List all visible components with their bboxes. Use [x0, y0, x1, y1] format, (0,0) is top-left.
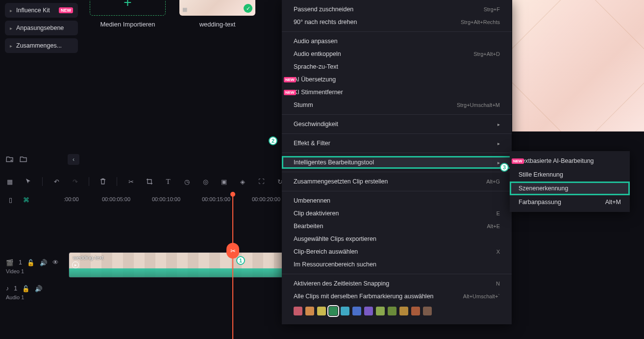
- menu-item[interactable]: Zusammengesetzten Clip erstellenAlt+G: [282, 175, 512, 188]
- menu-item[interactable]: Clip deaktivierenE: [282, 207, 512, 220]
- chevron-right-icon: ▸: [10, 26, 12, 31]
- keyframe-icon[interactable]: ◈: [238, 177, 248, 186]
- step-badge-2: 2: [269, 136, 277, 145]
- menu-item-label: Geschwindigkeit: [294, 121, 338, 128]
- menu-item-label: Alle Clips mit derselben Farbmarkierung …: [294, 293, 434, 300]
- menu-item[interactable]: Audio anpassen: [282, 35, 512, 48]
- sidebar-item-label: Zusammenges...: [16, 42, 62, 49]
- preview-panel: [512, 0, 644, 131]
- menu-item-label: Clip-Bereich auswählen: [294, 248, 358, 255]
- menu-item[interactable]: Alle Clips mit derselben Farbmarkierung …: [282, 290, 512, 303]
- ruler-label: 00:00:05:00: [102, 196, 130, 202]
- scissors-icon[interactable]: ✂: [126, 177, 136, 186]
- visibility-icon[interactable]: 👁: [52, 259, 59, 266]
- new-badge: NEW: [59, 7, 73, 13]
- import-media-tile[interactable]: + Medien Importieren: [90, 0, 166, 28]
- chevron-right-icon: ▸: [497, 160, 500, 165]
- color-swatch[interactable]: [352, 307, 361, 315]
- track-label: Video 1: [6, 268, 64, 274]
- mute-icon[interactable]: 🔊: [40, 259, 48, 266]
- playhead[interactable]: [232, 194, 233, 339]
- shortcut-label: Strg+F: [484, 6, 500, 12]
- menu-item-label: Passend zuschneiden: [294, 6, 353, 13]
- import-label: Medien Importieren: [100, 21, 155, 28]
- color-icon[interactable]: ◎: [200, 177, 210, 186]
- color-swatch[interactable]: [376, 307, 385, 315]
- trash-icon[interactable]: [98, 177, 108, 186]
- color-swatch[interactable]: [423, 307, 432, 315]
- menu-item[interactable]: Intelligentes Bearbeitungstool▸: [282, 156, 512, 169]
- shortcut-label: Strg+Alt+D: [473, 51, 500, 57]
- redo-icon[interactable]: ↷: [70, 177, 80, 186]
- color-swatch[interactable]: [411, 307, 420, 315]
- step-badge-3: 3: [500, 163, 509, 172]
- lock-icon[interactable]: 🔓: [22, 285, 30, 292]
- color-swatch[interactable]: [341, 307, 349, 315]
- collapse-sidebar-button[interactable]: ‹: [68, 154, 79, 165]
- fullscreen-icon[interactable]: ⛶: [256, 177, 266, 186]
- link-icon[interactable]: ⌘: [23, 196, 29, 204]
- undo-icon[interactable]: ↶: [51, 177, 61, 186]
- menu-item[interactable]: Ausgewählte Clips exportieren: [282, 233, 512, 245]
- menu-item[interactable]: Geschwindigkeit▸: [282, 118, 512, 130]
- crop-icon[interactable]: [145, 177, 154, 186]
- sidebar-item-adjustment-layer[interactable]: ▸ Anpasungsebene: [5, 21, 78, 35]
- color-swatch[interactable]: [388, 307, 396, 315]
- folder-icon[interactable]: [19, 155, 28, 164]
- text-icon[interactable]: T: [163, 177, 173, 186]
- menu-item-label: KI Stimmentferner: [294, 89, 343, 96]
- submenu-item[interactable]: NEWTextbasierte AI-Bearbeitung: [510, 154, 630, 168]
- split-handle[interactable]: ✂: [226, 243, 239, 259]
- ruler-label: 00:00:10:00: [152, 196, 180, 202]
- mute-icon[interactable]: 🔊: [35, 285, 43, 292]
- color-swatch[interactable]: [364, 307, 373, 315]
- sidebar: ▸ Influence Kit NEW ▸ Anpasungsebene ▸ Z…: [0, 0, 83, 173]
- menu-item[interactable]: Effekt & Filter▸: [282, 137, 512, 150]
- sidebar-item-influence-kit[interactable]: ▸ Influence Kit NEW: [5, 3, 78, 18]
- menu-item-label: Bearbeiten: [294, 223, 323, 230]
- menu-item[interactable]: Umbenennen: [282, 194, 512, 207]
- menu-item[interactable]: BearbeitenAlt+E: [282, 220, 512, 233]
- media-tile-wedding[interactable]: ▦ ✓ wedding-text: [179, 0, 255, 28]
- effects-icon[interactable]: ▣: [219, 177, 229, 186]
- speed-icon[interactable]: ◷: [182, 177, 192, 186]
- submenu-item-label: Stille Erkennung: [519, 171, 563, 178]
- new-badge: NEW: [512, 158, 524, 164]
- menu-item[interactable]: Clip-Bereich auswählenX: [282, 245, 512, 258]
- menu-item[interactable]: Audio entkoppelnStrg+Alt+D: [282, 48, 512, 60]
- menu-item[interactable]: Sprache-zu-Text: [282, 60, 512, 73]
- menu-item[interactable]: NEWKI Stimmentferner: [282, 86, 512, 99]
- shortcut-label: Strg+Alt+Rechts: [461, 19, 500, 25]
- menu-item-label: Aktivieren des Zeitleisten Snapping: [294, 280, 389, 287]
- color-swatch[interactable]: [329, 307, 338, 315]
- clip-audio-waveform: [69, 268, 284, 277]
- color-swatch[interactable]: [294, 307, 302, 315]
- color-swatch[interactable]: [317, 307, 326, 315]
- menu-item-label: Audio entkoppeln: [294, 51, 341, 57]
- ruler-label: :00:00: [64, 196, 79, 202]
- menu-item[interactable]: 90° nach rechts drehenStrg+Alt+Rechts: [282, 16, 512, 28]
- timeline-toolbar: ▦ ↶ ↷ ✂ T ◷ ◎ ▣ ◈ ⛶ ↻: [5, 177, 285, 186]
- menu-item[interactable]: NEWAI Übersetzung: [282, 73, 512, 86]
- ruler-label: 00:00:20:00: [252, 196, 280, 202]
- folder-add-icon[interactable]: [5, 155, 15, 164]
- grid-icon[interactable]: ▦: [5, 177, 15, 186]
- menu-item[interactable]: Aktivieren des Zeitleisten SnappingN: [282, 277, 512, 290]
- shortcut-label: N: [496, 281, 500, 287]
- cursor-icon[interactable]: [24, 177, 33, 186]
- layers-icon[interactable]: ▯: [9, 196, 12, 204]
- video-clip[interactable]: wedding-text ▸: [69, 252, 284, 278]
- submenu-item[interactable]: Stille Erkennung: [510, 168, 630, 182]
- shortcut-label: Alt+M: [605, 199, 621, 206]
- color-swatch[interactable]: [399, 307, 408, 315]
- menu-item[interactable]: Im Ressourcenbereich suchen: [282, 258, 512, 271]
- submenu-item[interactable]: Szenenerkennung: [510, 182, 630, 195]
- clip-label: wedding-text: [73, 255, 103, 261]
- lock-icon[interactable]: 🔓: [27, 259, 35, 266]
- menu-item-label: Effekt & Filter: [294, 140, 330, 147]
- sidebar-item-compound[interactable]: ▸ Zusammenges...: [5, 38, 78, 53]
- color-swatch[interactable]: [305, 307, 314, 315]
- submenu-item[interactable]: FarbanpassungAlt+M: [510, 195, 630, 209]
- menu-item[interactable]: StummStrg+Umschalt+M: [282, 99, 512, 111]
- menu-item[interactable]: Passend zuschneidenStrg+F: [282, 3, 512, 16]
